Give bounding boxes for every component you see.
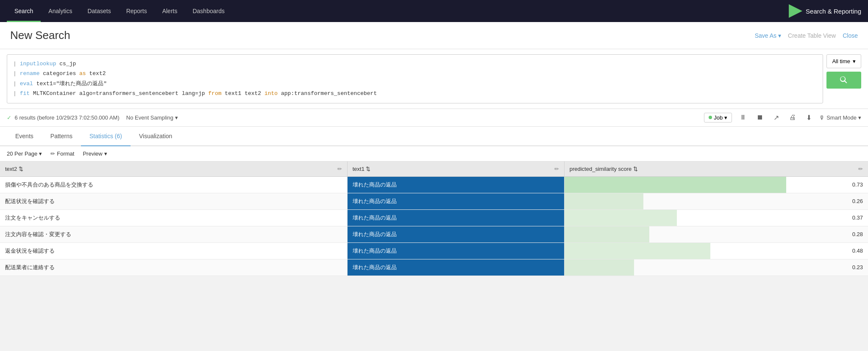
nav-datasets[interactable]: Datasets [80,0,118,22]
nav-analytics[interactable]: Analytics [41,0,80,22]
score-bar [565,226,650,242]
brand-label: Search & Reporting [806,8,861,15]
col-text2-label: text2 ⇅ [5,166,23,172]
col-text1-edit-icon[interactable]: ✏ [554,166,559,172]
per-page-chevron: ▾ [39,150,42,157]
save-as-button[interactable]: Save As ▾ [755,32,781,39]
score-bar [565,210,677,226]
app-brand: Search & Reporting [789,4,861,18]
cell-text1: 壊れた商品の返品 [347,226,564,242]
cell-score: 0.23 [564,259,868,276]
nav-alerts[interactable]: Alerts [155,0,185,22]
stop-button[interactable]: ⏹ [754,112,766,123]
format-button[interactable]: ✏ Format [50,150,74,157]
status-bar: ✓ 6 results (before 10/29/23 7:02:50.000… [0,109,868,127]
cell-score: 0.28 [564,226,868,242]
col-text1-label: text1 ⇅ [353,166,371,172]
job-button[interactable]: Job ▾ [704,113,732,123]
cell-score: 0.37 [564,209,868,226]
save-as-chevron: ▾ [778,32,781,39]
tab-patterns[interactable]: Patterns [42,127,81,146]
create-table-view-label: Create Table View [788,32,836,39]
search-right-panel: All time ▾ [826,54,861,103]
close-label: Close [843,32,858,39]
score-value: 0.26 [852,198,863,204]
score-bar [565,259,634,276]
format-label: Format [57,150,74,157]
smart-mode-icon: 🎙 [819,114,825,121]
per-page-button[interactable]: 20 Per Page ▾ [7,150,42,157]
cell-text2: 注文内容を確認・変更する [0,226,347,242]
search-area: | inputlookup cs_jp | rename categories … [0,49,868,109]
page-title: New Search [10,29,70,42]
cell-text1: 壊れた商品の返品 [347,242,564,259]
table-row: 返金状況を確認する壊れた商品の返品0.48 [0,242,868,259]
job-status-dot [709,116,712,119]
cell-text2: 配送業者に連絡する [0,259,347,276]
no-event-sampling-label: No Event Sampling [126,114,173,121]
preview-chevron: ▾ [104,150,107,157]
cell-score: 0.73 [564,176,868,193]
job-label: Job [714,114,723,121]
search-input[interactable]: | inputlookup cs_jp | rename categories … [7,54,823,103]
score-value: 0.28 [852,231,863,237]
cell-text1: 壊れた商品の返品 [347,209,564,226]
pause-button[interactable]: ⏸ [737,112,749,123]
close-button[interactable]: Close [843,32,858,39]
nav-reports[interactable]: Reports [119,0,155,22]
nav-items: Search Analytics Datasets Reports Alerts… [7,0,789,22]
share-button[interactable]: ↗ [771,112,782,123]
top-nav: Search Analytics Datasets Reports Alerts… [0,0,868,22]
time-picker-label: All time [832,58,850,64]
table-row: 注文をキャンセルする壊れた商品の返品0.37 [0,209,868,226]
print-button[interactable]: 🖨 [787,112,798,123]
score-bar [565,243,710,259]
cell-text1: 壊れた商品の返品 [347,193,564,209]
results-table: text2 ⇅ ✏ text1 ⇅ ✏ predicted_similarity… [0,162,868,276]
cell-text2: 損傷や不具合のある商品を交換する [0,176,347,193]
check-icon: ✓ [7,114,11,121]
preview-button[interactable]: Preview ▾ [83,150,107,157]
results-table-container: text2 ⇅ ✏ text1 ⇅ ✏ predicted_similarity… [0,162,868,276]
score-value: 0.48 [852,248,863,254]
col-text2-edit-icon[interactable]: ✏ [337,166,342,172]
table-row: 配送業者に連絡する壊れた商品の返品0.23 [0,259,868,276]
col-score-edit-icon[interactable]: ✏ [858,166,863,172]
cell-text2: 注文をキャンセルする [0,209,347,226]
results-count: ✓ 6 results (before 10/29/23 7:02:50.000… [7,114,120,121]
score-value: 0.73 [852,181,863,188]
nav-dashboards[interactable]: Dashboards [185,0,232,22]
col-header-score: predicted_similarity score ⇅ ✏ [564,162,868,177]
format-icon: ✏ [50,150,55,157]
tabs-bar: Events Patterns Statistics (6) Visualiza… [0,127,868,146]
smart-mode-button[interactable]: 🎙 Smart Mode ▾ [819,114,861,121]
nav-search[interactable]: Search [7,0,41,22]
job-chevron: ▾ [724,114,727,121]
table-row: 注文内容を確認・変更する壊れた商品の返品0.28 [0,226,868,242]
create-table-view-button[interactable]: Create Table View [788,32,836,39]
cell-text1: 壊れた商品の返品 [347,176,564,193]
export-button[interactable]: ⬇ [804,112,814,123]
tab-events[interactable]: Events [7,127,42,146]
nav-brand-area: Search & Reporting [789,4,861,18]
score-bar [565,193,643,209]
no-event-sampling-chevron: ▾ [175,114,178,121]
cell-text1: 壊れた商品の返品 [347,259,564,276]
col-header-text2: text2 ⇅ ✏ [0,162,347,177]
col-score-label: predicted_similarity score ⇅ [570,166,638,172]
cell-text2: 配送状況を確認する [0,193,347,209]
tab-visualization[interactable]: Visualization [131,127,181,146]
table-row: 損傷や不具合のある商品を交換する壊れた商品の返品0.73 [0,176,868,193]
col-header-text1: text1 ⇅ ✏ [347,162,564,177]
score-value: 0.23 [852,264,863,270]
tab-statistics[interactable]: Statistics (6) [81,127,131,146]
search-execute-button[interactable] [826,72,861,89]
header-actions: Save As ▾ Create Table View Close [755,32,858,39]
time-picker-chevron: ▾ [853,58,856,64]
cell-text2: 返金状況を確認する [0,242,347,259]
table-body: 損傷や不具合のある商品を交換する壊れた商品の返品0.73配送状況を確認する壊れた… [0,176,868,276]
brand-icon [789,4,802,18]
score-value: 0.37 [852,214,863,221]
time-picker-button[interactable]: All time ▾ [826,54,861,68]
table-row: 配送状況を確認する壊れた商品の返品0.26 [0,193,868,209]
